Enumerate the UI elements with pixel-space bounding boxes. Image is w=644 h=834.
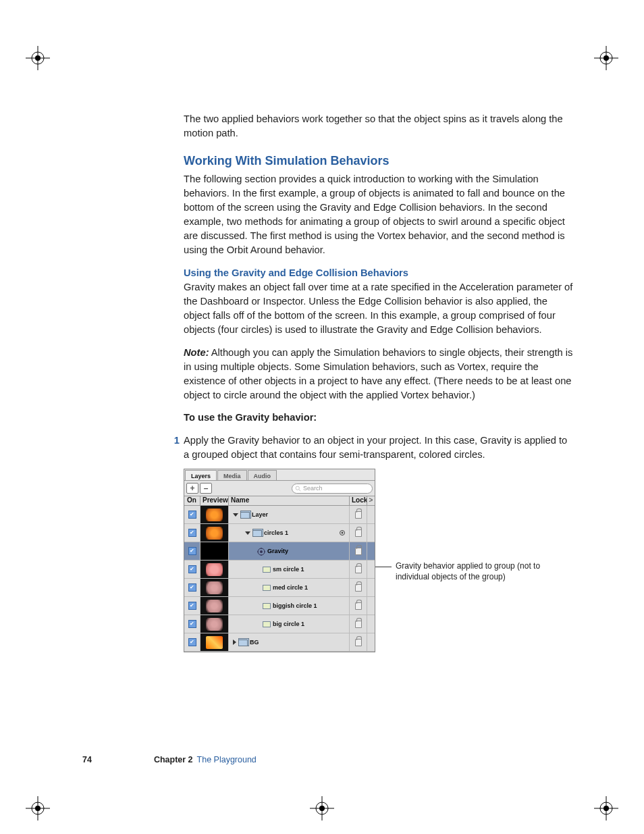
layer-name[interactable]: sm circle 1: [229, 561, 349, 578]
figure: Layers Media Audio + – Search On Preview…: [184, 469, 575, 652]
svg-point-15: [319, 806, 325, 811]
on-checkbox[interactable]: [184, 561, 200, 578]
svg-point-7: [603, 55, 609, 61]
svg-point-19: [603, 806, 609, 811]
step-body: Apply the Gravity behavior to an object …: [184, 434, 575, 462]
lock-toggle[interactable]: [349, 524, 367, 542]
search-input[interactable]: Search: [292, 484, 373, 494]
layer-row[interactable]: sm circle 1: [184, 561, 375, 579]
layer-name[interactable]: Gravity: [229, 542, 349, 560]
group-icon: [252, 530, 262, 537]
on-checkbox[interactable]: [184, 542, 200, 560]
lock-icon: [355, 584, 362, 592]
layer-row[interactable]: Gravity: [184, 542, 375, 561]
page-number: 74: [82, 754, 92, 766]
lock-toggle[interactable]: [349, 633, 367, 651]
gear-icon[interactable]: [339, 529, 346, 536]
preview-thumb: [200, 579, 229, 596]
lock-icon: [355, 621, 362, 628]
on-checkbox[interactable]: [184, 597, 200, 615]
tab-audio[interactable]: Audio: [248, 470, 277, 480]
svg-point-2: [32, 52, 44, 64]
layer-row[interactable]: circles 1: [184, 524, 375, 542]
lock-toggle[interactable]: [349, 615, 367, 633]
preview-thumb: [200, 633, 229, 651]
disclosure-down-icon[interactable]: [245, 531, 250, 535]
callout-text: Gravity behavior applied to group (not t…: [396, 561, 558, 582]
on-checkbox[interactable]: [184, 633, 200, 651]
section-heading: Working With Simulation Behaviors: [184, 153, 575, 170]
lock-icon: [355, 529, 362, 537]
layer-name[interactable]: big circle 1: [229, 615, 349, 633]
col-extra: >: [367, 496, 375, 505]
layer-name[interactable]: BG: [229, 633, 349, 651]
extra-cell: [367, 597, 375, 615]
layer-name[interactable]: Layer: [229, 506, 349, 523]
layer-row[interactable]: med circle 1: [184, 579, 375, 597]
svg-point-18: [600, 802, 612, 814]
search-placeholder: Search: [303, 484, 323, 493]
task-heading: To use the Gravity behavior:: [184, 411, 575, 425]
layer-name[interactable]: circles 1: [229, 524, 349, 542]
svg-point-20: [296, 486, 299, 490]
lock-toggle[interactable]: [349, 579, 367, 596]
intro-paragraph: The two applied behaviors work together …: [184, 112, 575, 140]
svg-line-21: [299, 490, 300, 491]
subsection-paragraph: Gravity makes an object fall over time a…: [184, 280, 575, 337]
note-paragraph: Note: Although you can apply the Simulat…: [184, 346, 575, 402]
extra-cell: [367, 633, 375, 651]
col-lock: Lock: [349, 496, 367, 505]
lock-toggle[interactable]: [349, 506, 367, 523]
group-icon: [238, 640, 248, 646]
svg-point-23: [342, 532, 344, 534]
registration-mark-icon: [594, 46, 618, 70]
registration-mark-icon: [26, 46, 50, 70]
tool-row: + – Search: [184, 481, 375, 496]
lock-toggle[interactable]: [349, 597, 367, 615]
registration-mark-icon: [310, 796, 334, 820]
layer-row[interactable]: BG: [184, 633, 375, 652]
subsection-heading: Using the Gravity and Edge Collision Beh…: [184, 266, 575, 280]
layer-name[interactable]: med circle 1: [229, 579, 349, 596]
layer-row[interactable]: Layer: [184, 506, 375, 524]
extra-cell: [367, 524, 375, 542]
layer-row[interactable]: biggish circle 1: [184, 597, 375, 615]
on-checkbox[interactable]: [184, 615, 200, 633]
header-row: On Preview Name Lock >: [184, 496, 375, 506]
on-checkbox[interactable]: [184, 579, 200, 596]
remove-button[interactable]: –: [200, 483, 212, 494]
layer-icon: [263, 621, 271, 627]
note-label: Note:: [184, 347, 209, 358]
preview-thumb: [200, 542, 229, 560]
lock-toggle[interactable]: [349, 542, 367, 560]
lock-toggle[interactable]: [349, 561, 367, 578]
footer: 74 Chapter 2 The Playground: [82, 754, 257, 766]
svg-point-14: [316, 802, 328, 814]
preview-thumb: [200, 506, 229, 523]
add-button[interactable]: +: [186, 483, 198, 494]
layer-name[interactable]: biggish circle 1: [229, 597, 349, 615]
tab-media[interactable]: Media: [217, 470, 247, 480]
layer-row[interactable]: big circle 1: [184, 615, 375, 633]
on-checkbox[interactable]: [184, 524, 200, 542]
registration-mark-icon: [26, 796, 50, 820]
page-body: The two applied behaviors work together …: [184, 112, 575, 652]
step-number: 1: [170, 434, 184, 462]
callout-line: [375, 567, 392, 567]
tab-row: Layers Media Audio: [184, 469, 375, 481]
svg-point-10: [32, 802, 44, 814]
chapter-label: Chapter 2: [154, 754, 193, 766]
disclosure-down-icon[interactable]: [233, 513, 238, 517]
registration-mark-icon: [594, 796, 618, 820]
on-checkbox[interactable]: [184, 506, 200, 523]
disclosure-right-icon[interactable]: [233, 640, 236, 645]
extra-cell: [367, 615, 375, 633]
lock-icon: [355, 511, 362, 519]
col-on: On: [184, 496, 200, 505]
layer-icon: [263, 585, 271, 591]
lock-icon: [355, 566, 362, 573]
lock-icon: [355, 602, 362, 610]
preview-thumb: [200, 524, 229, 542]
tab-layers[interactable]: Layers: [185, 470, 217, 480]
note-body: Although you can apply the Simulation be…: [184, 347, 572, 400]
